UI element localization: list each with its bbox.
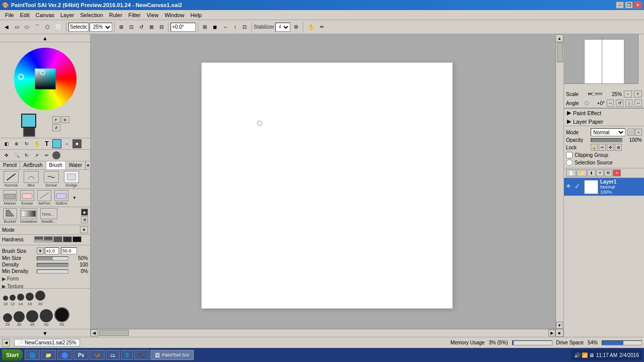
menu-canvas[interactable]: Canvas: [33, 11, 57, 19]
tab-brush[interactable]: Brush: [46, 161, 66, 169]
density-bar[interactable]: [37, 263, 68, 267]
hardness-btn-3[interactable]: [53, 236, 62, 242]
toolbar-zoom-rot[interactable]: ↺: [137, 22, 146, 33]
scale-thumb[interactable]: [592, 92, 596, 96]
layer-opacity-slider[interactable]: [591, 138, 622, 142]
menu-selection[interactable]: Selection: [77, 11, 106, 19]
canvas-scroll-corner[interactable]: ■: [555, 329, 564, 337]
layer-mode-select[interactable]: Normal Multiply Screen: [591, 128, 625, 136]
subtool-normal[interactable]: Normal: [2, 171, 20, 188]
texture-section-header[interactable]: ▶ Texture: [2, 284, 88, 288]
lock-paint[interactable]: ✏: [599, 144, 606, 151]
reset-colors-icon[interactable]: ↺: [52, 124, 60, 131]
black-swatch[interactable]: ■: [81, 209, 88, 216]
toolbar-zoom-fit2[interactable]: ⊠: [147, 22, 156, 33]
zoom2-tool[interactable]: 🔍: [12, 151, 21, 160]
layer-delete-btn[interactable]: ×: [613, 169, 620, 176]
preset-25[interactable]: [3, 313, 12, 322]
toolbar-rot-btn5[interactable]: ⊡: [240, 22, 249, 33]
preset-50[interactable]: [54, 307, 69, 322]
tab-pencil[interactable]: Pencil: [0, 161, 20, 169]
toolbar-hand[interactable]: ✋: [305, 22, 316, 33]
hardness-btn-5[interactable]: [72, 236, 82, 242]
toolbar-rot-btn4[interactable]: ↕: [231, 22, 239, 33]
lock-move[interactable]: ✜: [607, 144, 614, 151]
tab-airbrush[interactable]: AirBrush: [20, 161, 46, 169]
rotation-input[interactable]: [171, 23, 196, 32]
rotate2-tool[interactable]: ↻: [22, 151, 31, 160]
taskbar-app6[interactable]: 🗂: [106, 350, 120, 360]
layer-mode-icon1[interactable]: ⬚: [627, 129, 634, 136]
background-icon[interactable]: B: [61, 116, 69, 123]
preset-10[interactable]: [3, 296, 8, 301]
close-button[interactable]: ✕: [634, 2, 642, 9]
angle-thumb[interactable]: [585, 101, 589, 105]
toolbar-rot-btn3[interactable]: ↔: [220, 22, 230, 33]
color-picker-tool[interactable]: ◧: [2, 139, 11, 148]
panel-scroll-up[interactable]: ▲: [0, 34, 90, 42]
hscroll-thumb[interactable]: [99, 330, 129, 336]
scale-minus[interactable]: −: [624, 90, 632, 98]
minimize-button[interactable]: −: [616, 2, 624, 9]
subtool-gradation[interactable]: Gradation: [19, 208, 38, 224]
layer-add-btn[interactable]: +: [596, 169, 604, 176]
scale-slider[interactable]: [588, 93, 602, 95]
toolbar-rot-btn2[interactable]: ◼: [210, 22, 219, 33]
color-options[interactable]: ↔: [62, 139, 71, 148]
status-tab-canvas[interactable]: 📄 NewCanvas1.sai2 25%: [14, 339, 80, 346]
subtool-seers[interactable]: SelErs: [53, 190, 69, 206]
selection-mode-input[interactable]: [68, 23, 89, 32]
taskbar-skype[interactable]: S: [121, 350, 133, 360]
hscroll-right-btn[interactable]: ▶: [548, 329, 555, 336]
subtool-smear[interactable]: Smear: [42, 171, 60, 188]
zoom-select[interactable]: 25% 50% 100%: [90, 23, 112, 32]
subtool-blur[interactable]: Blur: [22, 171, 40, 188]
subtool-bucket[interactable]: Bucket: [2, 208, 18, 224]
toolbar-zoom-100[interactable]: ⊡: [127, 22, 136, 33]
min-size-bar[interactable]: [37, 256, 68, 260]
brush-size-value[interactable]: [61, 247, 77, 254]
lock-all[interactable]: ⊞: [615, 144, 622, 151]
taskbar-app5[interactable]: 🦋: [90, 350, 105, 360]
toolbar-rect[interactable]: ▭: [12, 22, 22, 33]
hardness-btn-4[interactable]: [63, 236, 72, 242]
paint-effect-header[interactable]: ▶ Paint Effect: [564, 109, 644, 117]
color-wheel[interactable]: [13, 46, 78, 112]
menu-view[interactable]: View: [144, 11, 162, 19]
nav-vscroll[interactable]: [638, 34, 644, 83]
hscroll-left-btn[interactable]: ◀: [91, 329, 98, 336]
toolbar-magic[interactable]: ⬡: [43, 22, 52, 33]
preset-35[interactable]: [26, 310, 38, 322]
toolbar-pen[interactable]: ✏: [317, 22, 327, 33]
layer-paper-header[interactable]: ▶ Layer Paper: [564, 117, 644, 126]
rotate-tool[interactable]: ↻: [22, 139, 31, 148]
layer-mode-icon2[interactable]: +: [635, 129, 642, 136]
toolbar-lasso[interactable]: ⌒: [32, 22, 42, 33]
preset-20[interactable]: [35, 291, 45, 301]
taskbar-chrome[interactable]: ⬤: [57, 350, 72, 360]
angle-flip[interactable]: ↔: [607, 100, 614, 107]
canvas-scroll-up[interactable]: ▲: [555, 34, 564, 42]
text-tool[interactable]: T: [42, 139, 51, 148]
taskbar-app8[interactable]: 📞: [134, 350, 149, 360]
menu-layer[interactable]: Layer: [57, 11, 77, 19]
hscroll-track[interactable]: [98, 329, 548, 337]
toolbar-select[interactable]: ⬜: [53, 22, 64, 33]
color-wheel-container[interactable]: [13, 46, 78, 112]
toolbar-rot-btn1[interactable]: ⊞: [200, 22, 209, 33]
tab-water[interactable]: Water: [66, 161, 86, 169]
subtool-eraser[interactable]: Eraser: [19, 190, 35, 206]
vscroll-thumb[interactable]: [557, 42, 563, 62]
menu-window[interactable]: Window: [162, 11, 187, 19]
primary-color-swatch[interactable]: [21, 114, 36, 128]
fill-tool[interactable]: [52, 151, 60, 159]
layer-folder-btn[interactable]: 📁: [577, 169, 587, 176]
nav-hscroll[interactable]: [564, 83, 638, 89]
subtool-newbr[interactable]: New... NewBr...: [39, 208, 58, 224]
brush-size-menu[interactable]: ▼: [37, 247, 44, 254]
angle-reset[interactable]: ↺: [616, 100, 623, 107]
hardness-btn-2[interactable]: [44, 236, 53, 242]
taskbar-sai[interactable]: 🖼 PaintTool SAI: [150, 350, 194, 360]
scale-plus[interactable]: +: [634, 90, 642, 98]
active-color-display[interactable]: [52, 139, 61, 148]
